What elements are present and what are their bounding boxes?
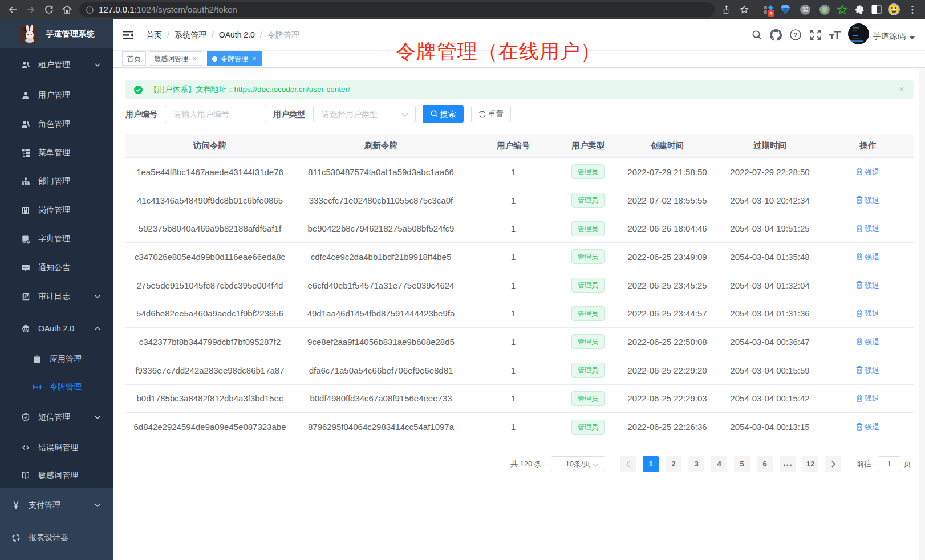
svg-text:⌘: ⌘ bbox=[802, 6, 809, 13]
svg-text:?: ? bbox=[793, 31, 797, 38]
svg-text:9: 9 bbox=[769, 11, 772, 17]
